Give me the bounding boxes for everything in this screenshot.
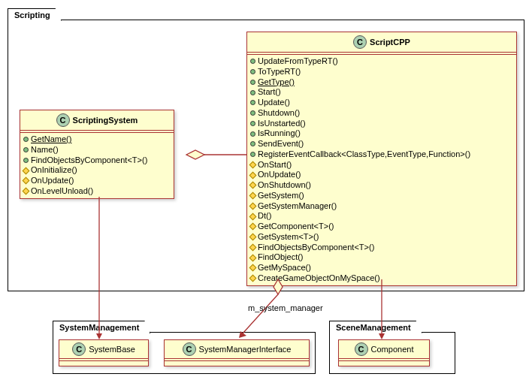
member: Name() [23,145,171,155]
class-icon: C [353,35,367,49]
class-scripting-system: C ScriptingSystem GetName() Name() FindO… [20,110,174,199]
member: GetName() [23,134,171,145]
member: OnStart() [250,160,513,170]
edge-scriptcpp-smi [243,294,278,333]
class-system-manager-interface: C SystemManagerInterface [164,339,310,366]
member: GetMySpace() [250,263,513,273]
class-icon: C [72,342,86,356]
package-scene-management-tab: SceneManagement [329,321,422,333]
member: FindObject() [250,252,513,263]
class-system-base-name: SystemBase [89,345,135,354]
member: CreateGameObjectOnMySpace() [250,273,513,284]
class-component-name: Component [371,345,414,354]
class-system-manager-interface-name: SystemManagerInterface [199,345,292,354]
class-component-header: C Component [339,340,429,359]
class-script-cpp-name: ScriptCPP [370,38,410,47]
class-icon: C [355,342,368,356]
member: OnUpdate() [250,170,513,180]
class-scripting-system-header: C ScriptingSystem [20,110,174,131]
class-icon: C [183,342,196,356]
member: FindObjectsByComponent<T>() [250,243,513,253]
member: Dt() [250,211,513,222]
member: RegisterEventCallback<ClassType,EventTyp… [250,149,513,160]
member: OnShutdown() [250,180,513,191]
member: IsRunning() [250,128,513,139]
member: FindObjectsByComponent<T>() [23,155,171,166]
class-icon: C [56,113,70,127]
member: ToTypeRT() [250,67,513,77]
class-scripting-system-body: GetName() Name() FindObjectsByComponent<… [20,133,174,198]
member: UpdateFromTypeRT() [250,56,513,67]
class-system-base-header: C SystemBase [59,340,148,359]
member: OnLevelUnload() [23,186,171,197]
member: GetType() [250,77,513,88]
member: GetComponent<T>() [250,222,513,232]
member: Update() [250,98,513,108]
member: Shutdown() [250,108,513,119]
class-script-cpp-header: C ScriptCPP [247,32,516,53]
class-scripting-system-name: ScriptingSystem [73,116,138,125]
member: Start() [250,87,513,98]
member: OnUpdate() [23,176,171,186]
package-system-management-tab: SystemManagement [53,321,150,333]
class-script-cpp: C ScriptCPP UpdateFromTypeRT() ToTypeRT(… [246,32,517,286]
member: GetSystem() [250,191,513,201]
class-component: C Component [338,339,430,366]
package-scripting-tab: Scripting [8,8,62,21]
class-system-base: C SystemBase [59,339,149,366]
member: GetSystem<T>() [250,232,513,243]
edge-label-msystemmanager: m_system_manager [248,303,323,312]
class-script-cpp-body: UpdateFromTypeRT() ToTypeRT() GetType() … [247,55,516,285]
member: IsUnstarted() [250,119,513,129]
member: OnInitialize() [23,165,171,176]
member: SendEvent() [250,139,513,149]
member: GetSystemManager() [250,201,513,212]
class-system-manager-interface-header: C SystemManagerInterface [165,340,309,359]
